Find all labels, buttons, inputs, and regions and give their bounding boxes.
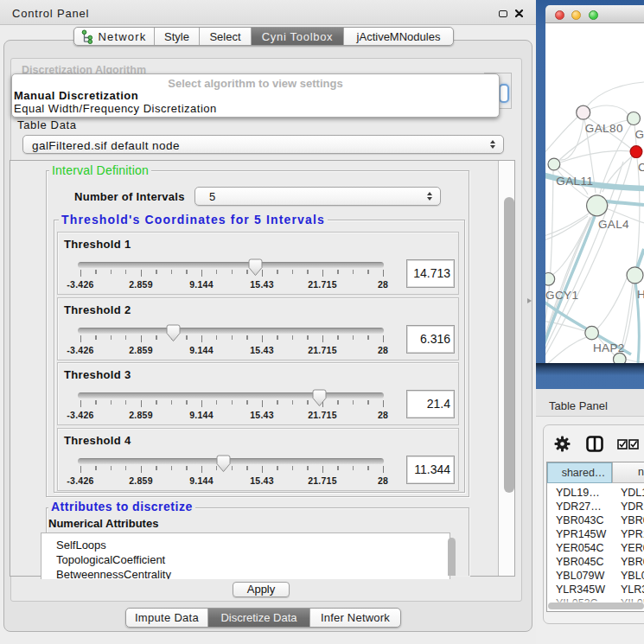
svg-text:GAL4: GAL4 <box>598 218 629 231</box>
svg-text:GCY1: GCY1 <box>545 289 578 302</box>
svg-text:CY: CY <box>638 161 644 174</box>
svg-text:GAL11: GAL11 <box>556 175 593 188</box>
svg-text:GA: GA <box>635 128 644 141</box>
svg-text:H: H <box>637 288 644 301</box>
svg-text:GAL80: GAL80 <box>585 122 623 135</box>
svg-text:HAP2: HAP2 <box>593 341 625 354</box>
